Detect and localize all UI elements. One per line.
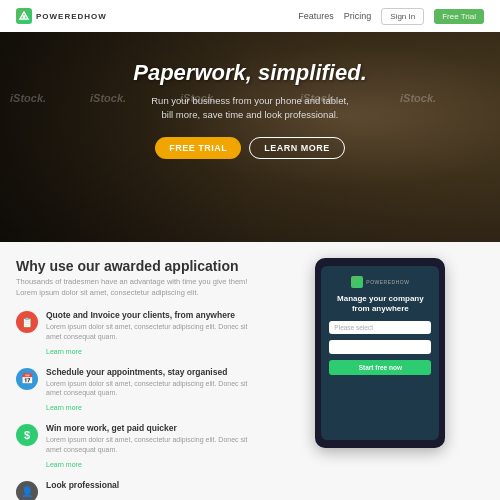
- tablet-logo-icon: [351, 276, 363, 288]
- tablet-select[interactable]: Please select: [329, 321, 431, 334]
- hero-title: Paperwork, simplified.: [20, 60, 480, 86]
- hero-subtitle: Run your business from your phone and ta…: [20, 94, 480, 123]
- nav-features[interactable]: Features: [298, 11, 334, 21]
- hero-buttons: FREE TRIAL LEARN MORE: [20, 137, 480, 159]
- section-subtitle: Thousands of tradesmen have an advantage…: [16, 277, 265, 298]
- feature-title-1: Quote and Invoice your clients, from any…: [46, 310, 265, 320]
- navbar: POWEREDHOW Features Pricing Sign In Free…: [0, 0, 500, 32]
- feature-link-2[interactable]: Learn more: [46, 404, 82, 411]
- logo: POWEREDHOW: [16, 8, 107, 24]
- feature-link-1[interactable]: Learn more: [46, 348, 82, 355]
- feature-item-4: 👤 Look professional: [16, 480, 265, 500]
- feature-title-2: Schedule your appointments, stay organis…: [46, 367, 265, 377]
- feature-item-1: 📋 Quote and Invoice your clients, from a…: [16, 310, 265, 357]
- hero-learn-more-button[interactable]: LEARN MORE: [249, 137, 345, 159]
- feature-text-2: Schedule your appointments, stay organis…: [46, 367, 265, 414]
- tablet-logo-text: POWEREDHOW: [366, 279, 409, 285]
- svg-point-1: [23, 15, 26, 18]
- logo-icon: [16, 8, 32, 24]
- tablet-cta-button[interactable]: Start free now: [329, 360, 431, 375]
- feature-icon-money: $: [16, 424, 38, 446]
- feature-icon-quote: 📋: [16, 311, 38, 333]
- feature-icon-professional: 👤: [16, 481, 38, 500]
- tablet-title: Manage your companyfrom anywhere: [337, 294, 424, 315]
- lower-section: Why use our awarded application Thousand…: [0, 242, 500, 500]
- feature-text-3: Win more work, get paid quicker Lorem ip…: [46, 423, 265, 470]
- feature-title-3: Win more work, get paid quicker: [46, 423, 265, 433]
- tablet-screen: POWEREDHOW Manage your companyfrom anywh…: [321, 266, 439, 440]
- feature-item-2: 📅 Schedule your appointments, stay organ…: [16, 367, 265, 414]
- nav-links: Features Pricing Sign In Free Trial: [298, 8, 484, 25]
- features-column: Why use our awarded application Thousand…: [16, 258, 265, 484]
- tablet-mockup: POWEREDHOW Manage your companyfrom anywh…: [315, 258, 445, 448]
- hero-section: iStock. iStock. iStock. iStock. iStock. …: [0, 32, 500, 242]
- feature-link-3[interactable]: Learn more: [46, 461, 82, 468]
- tablet-column: POWEREDHOW Manage your companyfrom anywh…: [277, 258, 484, 484]
- free-trial-nav-button[interactable]: Free Trial: [434, 9, 484, 24]
- tablet-input[interactable]: [329, 340, 431, 354]
- feature-desc-3: Lorem ipsum dolor sit amet, consectetur …: [46, 435, 265, 455]
- nav-pricing[interactable]: Pricing: [344, 11, 372, 21]
- section-title: Why use our awarded application: [16, 258, 265, 274]
- logo-text: POWEREDHOW: [36, 12, 107, 21]
- feature-desc-2: Lorem ipsum dolor sit amet, consectetur …: [46, 379, 265, 399]
- feature-text-4: Look professional: [46, 480, 119, 492]
- feature-desc-1: Lorem ipsum dolor sit amet, consectetur …: [46, 322, 265, 342]
- signin-button[interactable]: Sign In: [381, 8, 424, 25]
- feature-text-1: Quote and Invoice your clients, from any…: [46, 310, 265, 357]
- feature-item-3: $ Win more work, get paid quicker Lorem …: [16, 423, 265, 470]
- feature-icon-schedule: 📅: [16, 368, 38, 390]
- hero-content: Paperwork, simplified. Run your business…: [0, 32, 500, 159]
- tablet-logo: POWEREDHOW: [351, 276, 409, 288]
- hero-free-trial-button[interactable]: FREE TRIAL: [155, 137, 241, 159]
- feature-title-4: Look professional: [46, 480, 119, 490]
